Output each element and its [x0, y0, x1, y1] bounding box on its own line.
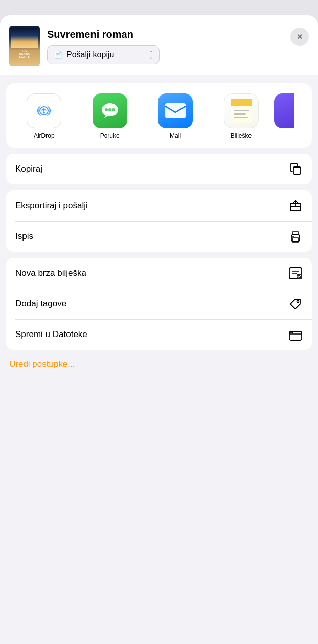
app-partial[interactable] — [274, 93, 307, 139]
app-messages[interactable]: Poruke — [77, 93, 142, 139]
copy-icon — [288, 162, 303, 176]
action-group-3: Nova brza bilješka Dodaj tagove Spremi — [6, 258, 312, 350]
sheet-header: THEWAKINGLIGHTS Suvremeni roman 📄 Pošalj… — [0, 15, 318, 75]
action-selector[interactable]: 📄 Pošalji kopiju — [47, 45, 160, 64]
header-text: Suvremeni roman 📄 Pošalji kopiju — [47, 28, 283, 64]
action-group-2: Eksportiraj i pošalji Ispis — [6, 190, 312, 252]
document-icon: 📄 — [54, 51, 62, 59]
svg-point-5 — [108, 108, 111, 111]
messages-icon-container — [93, 93, 127, 128]
export-icon — [288, 199, 303, 213]
spremi-datoteke-item[interactable]: Spremi u Datoteke — [6, 319, 312, 350]
kopiraj-item[interactable]: Kopiraj — [6, 154, 312, 184]
svg-rect-14 — [293, 167, 301, 174]
app-notes[interactable]: Bilješke — [208, 93, 274, 139]
edit-actions-label: Uredi postupke... — [9, 359, 75, 369]
action-group-1: Kopiraj — [6, 154, 312, 184]
chevron-updown-icon — [149, 50, 153, 60]
notes-icon-container — [224, 93, 259, 128]
eksportiraj-item[interactable]: Eksportiraj i pošalji — [6, 190, 312, 221]
app-airdrop[interactable]: AirDrop — [11, 93, 77, 139]
edit-actions-link[interactable]: Uredi postupke... — [0, 350, 318, 378]
svg-rect-10 — [231, 104, 252, 106]
app-mail[interactable]: Mail — [143, 93, 208, 139]
mail-label: Mail — [170, 132, 181, 139]
messages-svg-icon — [99, 100, 121, 122]
svg-rect-13 — [234, 117, 248, 118]
svg-rect-12 — [234, 113, 246, 115]
nova-brza-item[interactable]: Nova brza bilješka — [6, 258, 312, 289]
bottom-space — [0, 378, 318, 481]
messages-label: Poruke — [100, 132, 120, 139]
tag-icon — [288, 297, 303, 311]
svg-point-1 — [43, 112, 45, 114]
dodaj-tagove-label: Dodaj tagove — [15, 299, 66, 309]
book-title: Suvremeni roman — [47, 28, 283, 40]
partial-icon-container — [274, 93, 294, 128]
files-icon — [288, 327, 303, 342]
spremi-datoteke-label: Spremi u Datoteke — [15, 329, 87, 340]
mail-icon-container — [158, 93, 193, 128]
print-icon — [288, 229, 303, 244]
svg-rect-7 — [165, 103, 186, 118]
svg-point-22 — [297, 301, 299, 303]
ispis-label: Ispis — [15, 231, 33, 242]
eksportiraj-label: Eksportiraj i pošalji — [15, 201, 88, 211]
airdrop-icon-container — [27, 93, 61, 128]
close-button[interactable] — [290, 28, 309, 46]
svg-rect-11 — [234, 110, 249, 111]
svg-point-6 — [112, 108, 115, 111]
quicknote-icon — [288, 266, 303, 280]
apps-row: AirDrop Poruke Mail — [6, 83, 312, 148]
airdrop-svg-icon — [33, 100, 55, 122]
book-cover: THEWAKINGLIGHTS — [9, 26, 40, 66]
mail-svg-icon — [164, 102, 187, 120]
selector-label: Pošalji kopiju — [66, 50, 145, 59]
ispis-item[interactable]: Ispis — [6, 221, 312, 252]
airdrop-label: AirDrop — [34, 132, 55, 139]
notes-svg-icon — [229, 97, 254, 125]
kopiraj-label: Kopiraj — [15, 164, 42, 174]
notes-label: Bilješke — [231, 132, 252, 139]
share-sheet: THEWAKINGLIGHTS Suvremeni roman 📄 Pošalj… — [0, 15, 318, 644]
nova-brza-label: Nova brza bilješka — [15, 268, 86, 278]
dodaj-tagove-item[interactable]: Dodaj tagove — [6, 289, 312, 319]
svg-point-4 — [105, 108, 108, 111]
svg-point-19 — [292, 236, 293, 237]
